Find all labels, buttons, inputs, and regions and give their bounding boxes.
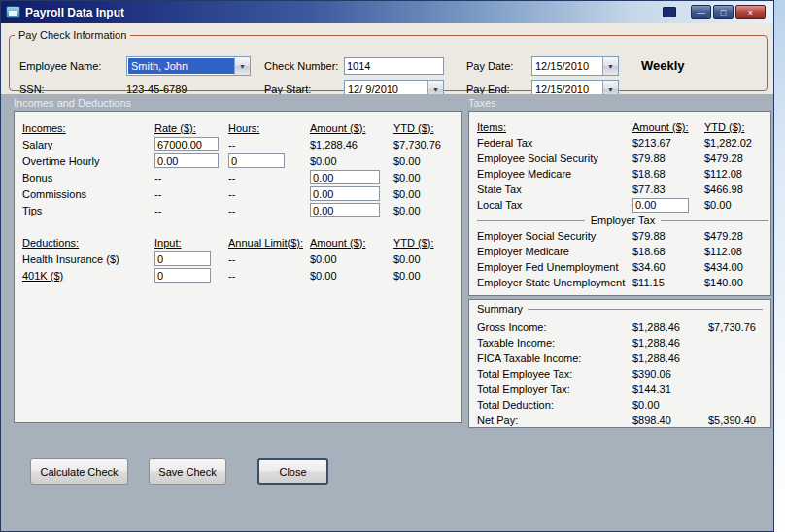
summary-panel: Summary Gross Income: $1,288.46 $7,730.7… [468, 299, 771, 428]
taxes-table: Items: Amount ($): YTD ($): Federal Tax … [477, 119, 768, 290]
employee-name-combobox[interactable]: Smith, John [126, 56, 251, 76]
amount-col-header: Amount ($): [310, 122, 393, 134]
tax-amount-col-header: Amount ($): [632, 121, 704, 133]
ded-ytd-col-header: YTD ($): [393, 237, 456, 249]
section-title-taxes: Taxes [468, 97, 496, 109]
health-insurance-label: Health Insurance ($) [22, 253, 154, 265]
federal-tax-amount: $213.67 [632, 137, 704, 149]
payroll-window: Payroll Data Input — □ × Pay Check Infor… [0, 0, 774, 532]
check-number-input[interactable] [344, 57, 444, 75]
employer-ss-label: Employer Social Security [477, 230, 632, 242]
employee-medicare-ytd: $112.08 [704, 168, 768, 180]
salary-rate-input[interactable] [154, 137, 219, 151]
incomes-col-header: Incomes: [22, 122, 154, 134]
net-pay-ytd: $5,390.40 [708, 415, 767, 426]
overtime-hours-input[interactable] [228, 153, 285, 168]
fica-taxable-income-label: FICA Taxable Income: [477, 352, 632, 364]
taxable-income-amount: $1,288.46 [632, 337, 708, 349]
health-insurance-limit: -- [228, 253, 310, 265]
employer-medicare-amount: $18.68 [632, 246, 704, 257]
paycheck-info-legend: Pay Check Information [15, 29, 130, 41]
state-tax-ytd: $466.98 [704, 183, 768, 195]
incomes-deductions-panel: Incomes: Rate ($): Hours: Amount ($): YT… [14, 111, 462, 423]
employee-name-value: Smith, John [128, 58, 234, 74]
rate-col-header: Rate ($): [154, 122, 228, 134]
ded-amount-col-header: Amount ($): [310, 237, 393, 249]
local-tax-label: Local Tax [477, 199, 632, 211]
calculate-check-button[interactable]: Calculate Check [30, 458, 128, 485]
save-check-button[interactable]: Save Check [149, 458, 226, 485]
health-insurance-amount: $0.00 [310, 253, 393, 265]
health-insurance-input[interactable] [154, 251, 211, 266]
paycheck-info-group: Pay Check Information Employee Name: Smi… [9, 29, 768, 91]
employee-medicare-amount: $18.68 [632, 168, 704, 180]
k401-limit: -- [228, 270, 310, 282]
employer-tax-header: Employer Tax [591, 215, 655, 226]
employer-fed-unemployment-amount: $34.60 [632, 261, 704, 273]
total-employer-tax-label: Total Employer Tax: [477, 383, 632, 395]
local-tax-ytd: $0.00 [704, 199, 768, 211]
tips-ytd: $0.00 [393, 205, 456, 216]
taxable-income-label: Taxable Income: [477, 337, 632, 349]
tips-rate: -- [154, 205, 228, 216]
commissions-hours: -- [228, 188, 310, 200]
tax-ytd-col-header: YTD ($): [704, 121, 768, 133]
commissions-ytd: $0.00 [393, 188, 456, 200]
k401-ytd: $0.00 [393, 270, 456, 282]
pay-date-label: Pay Date: [466, 60, 513, 72]
close-button[interactable]: Close [257, 458, 328, 485]
input-col-header: Input: [154, 237, 228, 249]
employee-ss-amount: $79.88 [632, 152, 704, 164]
total-employee-tax-amount: $390.06 [632, 368, 708, 380]
minimize-button[interactable]: — [691, 5, 711, 19]
hours-col-header: Hours: [228, 122, 310, 134]
k401-amount: $0.00 [310, 270, 393, 282]
federal-tax-label: Federal Tax [477, 137, 632, 149]
overtime-rate-input[interactable] [154, 153, 219, 168]
tips-amount-input[interactable] [310, 203, 380, 217]
employer-medicare-ytd: $112.08 [704, 246, 768, 257]
federal-tax-ytd: $1,282.02 [704, 137, 768, 149]
gross-income-ytd: $7,730.76 [708, 321, 767, 333]
commissions-label: Commissions [22, 188, 154, 200]
pay-date-picker[interactable]: 12/15/2010 [531, 56, 619, 76]
employee-name-dropdown-icon[interactable] [234, 57, 250, 75]
bonus-amount-input[interactable] [310, 170, 380, 184]
maximize-button[interactable]: □ [713, 5, 734, 19]
tips-label: Tips [22, 205, 154, 216]
employee-name-label: Employee Name: [19, 60, 101, 72]
overtime-ytd: $0.00 [393, 155, 456, 167]
ytd-col-header: YTD ($): [393, 122, 456, 134]
employee-medicare-label: Employee Medicare [477, 168, 632, 180]
k401-input[interactable] [154, 268, 211, 283]
salary-ytd: $7,730.76 [393, 139, 456, 150]
deductions-table: Deductions: Input: Annual Limit($): Amou… [22, 234, 456, 283]
health-insurance-ytd: $0.00 [393, 253, 456, 265]
titlebar-decoration [663, 7, 676, 17]
net-pay-amount: $898.40 [632, 415, 708, 426]
fica-taxable-income-amount: $1,288.46 [632, 352, 708, 364]
incomes-table: Incomes: Rate ($): Hours: Amount ($): YT… [22, 119, 456, 218]
pay-date-dropdown-icon[interactable] [602, 57, 618, 75]
salary-hours: -- [228, 139, 310, 150]
employer-medicare-label: Employer Medicare [477, 246, 632, 257]
employer-tax-divider: Employer Tax [477, 211, 768, 230]
pay-date-value: 12/15/2010 [532, 57, 602, 75]
titlebar[interactable]: Payroll Data Input — □ × [1, 1, 773, 23]
window-title: Payroll Data Input [25, 6, 124, 19]
bonus-label: Bonus [22, 172, 154, 183]
summary-header-row: Summary [477, 303, 763, 315]
employer-state-unemployment-label: Employer State Unemployment [477, 277, 632, 288]
employer-state-unemployment-amount: $11.15 [632, 277, 704, 288]
tax-items-col-header: Items: [477, 121, 632, 133]
close-window-button[interactable]: × [735, 5, 766, 19]
commissions-amount-input[interactable] [310, 186, 380, 201]
check-number-label: Check Number: [264, 60, 338, 72]
summary-title: Summary [477, 303, 523, 315]
employer-ss-ytd: $479.28 [704, 230, 768, 242]
gross-income-label: Gross Income: [477, 321, 632, 333]
salary-amount: $1,288.46 [310, 139, 393, 150]
state-tax-amount: $77.83 [632, 183, 704, 195]
employer-ss-amount: $79.88 [632, 230, 704, 242]
gross-income-amount: $1,288.46 [632, 321, 708, 333]
